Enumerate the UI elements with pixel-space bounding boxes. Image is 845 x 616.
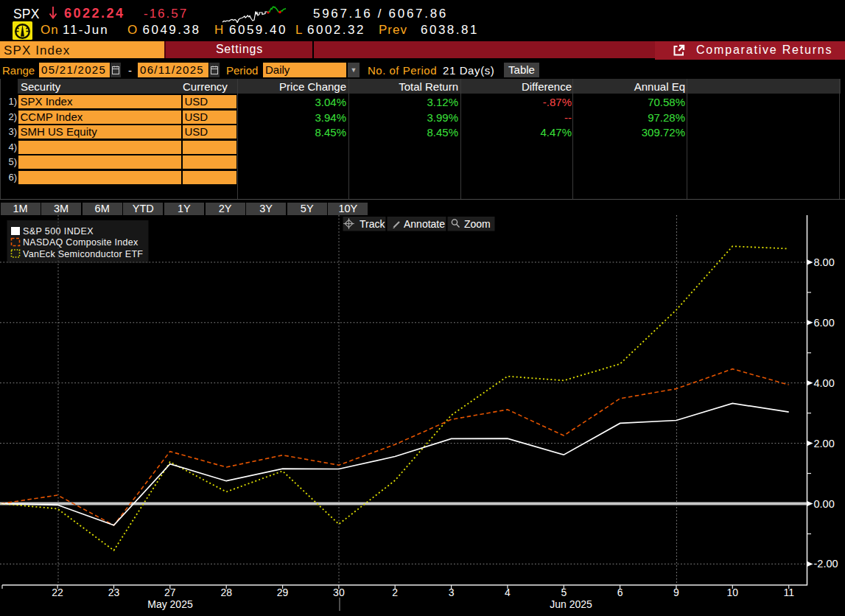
svg-text:4: 4 <box>505 587 511 598</box>
svg-text:S&P 500 INDEX: S&P 500 INDEX <box>23 226 94 237</box>
svg-text:23: 23 <box>108 587 120 598</box>
svg-text:5: 5 <box>561 587 567 598</box>
svg-text:22: 22 <box>52 587 63 598</box>
svg-text:Jun 2025: Jun 2025 <box>550 598 592 610</box>
svg-text:NASDAQ Composite Index: NASDAQ Composite Index <box>23 237 139 248</box>
svg-text:11: 11 <box>783 587 794 598</box>
svg-text:4.00: 4.00 <box>814 377 835 389</box>
svg-text:6: 6 <box>617 587 623 598</box>
svg-text:VanEck Semiconductor ETF: VanEck Semiconductor ETF <box>23 249 143 259</box>
svg-text:6.00: 6.00 <box>814 317 835 329</box>
svg-text:29: 29 <box>277 587 289 598</box>
svg-text:Zoom: Zoom <box>464 218 491 230</box>
svg-text:2: 2 <box>392 587 398 598</box>
svg-text:May 2025: May 2025 <box>147 598 193 610</box>
svg-text:8.00: 8.00 <box>814 256 835 268</box>
svg-text:28: 28 <box>220 587 232 598</box>
svg-text:27: 27 <box>164 587 176 598</box>
svg-text:0.00: 0.00 <box>814 498 835 510</box>
svg-text:-2.00: -2.00 <box>814 558 838 570</box>
svg-text:3: 3 <box>449 587 455 598</box>
svg-text:10: 10 <box>727 587 739 598</box>
svg-text:2.00: 2.00 <box>814 438 835 449</box>
svg-text:Track: Track <box>360 218 385 230</box>
svg-text:9: 9 <box>673 587 679 598</box>
svg-text:30: 30 <box>333 587 345 598</box>
svg-text:Annotate: Annotate <box>404 218 445 230</box>
